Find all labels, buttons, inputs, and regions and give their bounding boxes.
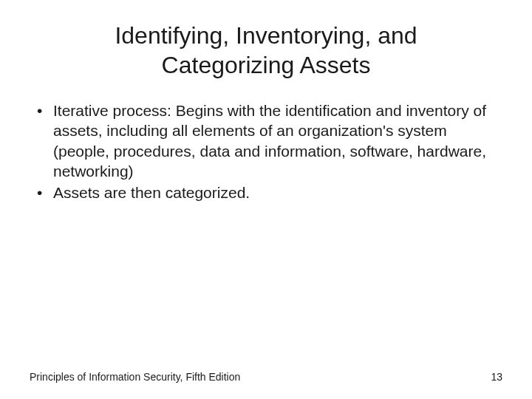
slide: Identifying, Inventorying, and Categoriz… bbox=[0, 0, 532, 399]
footer-page-number: 13 bbox=[491, 371, 502, 383]
footer: Principles of Information Security, Fift… bbox=[30, 371, 502, 383]
list-item: Assets are then categorized. bbox=[34, 183, 502, 202]
list-item: Iterative process: Begins with the ident… bbox=[34, 100, 502, 181]
bullet-list: Iterative process: Begins with the ident… bbox=[30, 100, 502, 202]
footer-source: Principles of Information Security, Fift… bbox=[30, 371, 240, 383]
slide-title: Identifying, Inventorying, and Categoriz… bbox=[59, 21, 473, 80]
